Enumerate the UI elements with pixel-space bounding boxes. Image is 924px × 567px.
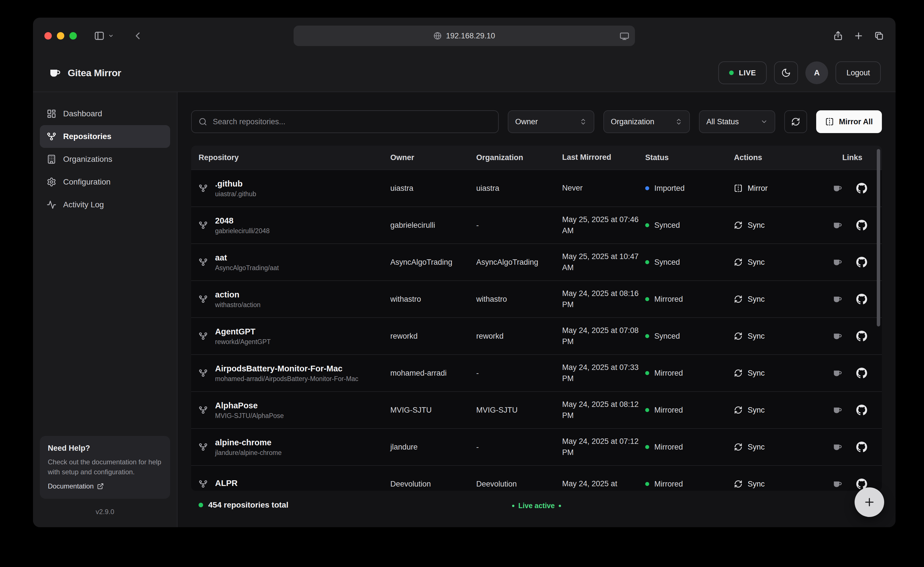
live-active-indicator: Live active <box>512 502 561 510</box>
repo-name[interactable]: AgentGPT <box>215 326 271 337</box>
row-action-button[interactable]: Sync <box>734 332 765 340</box>
sidebar-item-repositories[interactable]: Repositories <box>40 125 170 148</box>
repo-name[interactable]: action <box>215 290 261 300</box>
column-header-organization[interactable]: Organization <box>476 153 562 162</box>
repo-name[interactable]: ALPR <box>215 478 237 489</box>
column-header-status[interactable]: Status <box>645 153 734 162</box>
sidebar-toggle-icon[interactable] <box>94 30 105 41</box>
row-action-button[interactable]: Sync <box>734 221 765 230</box>
search-box[interactable] <box>191 110 499 133</box>
display-icon[interactable] <box>620 31 629 40</box>
url-text: 192.168.29.10 <box>446 32 495 40</box>
github-link-icon[interactable] <box>856 368 867 378</box>
repo-name[interactable]: AirpodsBattery-Monitor-For-Mac <box>215 363 358 374</box>
repo-name[interactable]: AlphaPose <box>215 400 284 411</box>
gitea-link-icon[interactable] <box>832 405 843 416</box>
table-row[interactable]: AgentGPT reworkd/AgentGPT reworkd rework… <box>191 317 882 354</box>
add-button[interactable] <box>855 488 884 517</box>
sidebar-item-dashboard[interactable]: Dashboard <box>40 102 170 125</box>
github-link-icon[interactable] <box>856 442 867 452</box>
github-link-icon[interactable] <box>856 331 867 342</box>
status-dot <box>645 445 649 449</box>
table-row[interactable]: 2048 gabrielecirulli/2048 gabrielecirull… <box>191 207 882 243</box>
status-label: Synced <box>654 258 680 267</box>
avatar[interactable]: A <box>805 62 828 84</box>
tab-overview-icon[interactable] <box>874 31 884 41</box>
new-tab-icon[interactable] <box>853 31 864 41</box>
owner-filter-select[interactable]: Owner <box>508 110 594 133</box>
table-header: Repository Owner Organization Last Mirro… <box>191 146 882 170</box>
column-header-owner[interactable]: Owner <box>390 153 476 162</box>
table-row[interactable]: .github uiastra/.github uiastra uiastra … <box>191 170 882 207</box>
close-window-button[interactable] <box>44 32 52 39</box>
live-status-button[interactable]: LIVE <box>718 62 767 84</box>
gitea-link-icon[interactable] <box>832 331 843 342</box>
github-link-icon[interactable] <box>856 183 867 194</box>
live-label: LIVE <box>739 69 756 77</box>
sidebar-item-activity-log[interactable]: Activity Log <box>40 194 170 216</box>
gitea-link-icon[interactable] <box>832 442 843 452</box>
row-action-button[interactable]: Sync <box>734 258 765 267</box>
sidebar-item-label: Activity Log <box>63 200 104 209</box>
back-button-icon[interactable] <box>132 30 143 42</box>
help-body: Check out the documentation for help wit… <box>48 457 162 477</box>
table-row[interactable]: alpine-chrome jlandure/alpine-chrome jla… <box>191 428 882 465</box>
sidebar-item-configuration[interactable]: Configuration <box>40 171 170 194</box>
repo-name[interactable]: alpine-chrome <box>215 437 282 448</box>
gitea-link-icon[interactable] <box>832 294 843 304</box>
column-header-actions[interactable]: Actions <box>734 153 823 162</box>
table-body: .github uiastra/.github uiastra uiastra … <box>191 170 882 491</box>
repo-name[interactable]: 2048 <box>215 216 270 226</box>
table-row[interactable]: AirpodsBattery-Monitor-For-Mac mohamed-a… <box>191 354 882 391</box>
share-icon[interactable] <box>833 31 843 41</box>
column-header-repository[interactable]: Repository <box>198 153 390 162</box>
documentation-link[interactable]: Documentation <box>48 482 162 490</box>
minimize-window-button[interactable] <box>57 32 64 39</box>
row-action-button[interactable]: Sync <box>734 406 765 415</box>
table-row[interactable]: action withastro/action withastro withas… <box>191 280 882 317</box>
row-action-button[interactable]: Sync <box>734 295 765 304</box>
gitea-link-icon[interactable] <box>832 257 843 268</box>
search-input[interactable] <box>213 117 491 126</box>
refresh-button[interactable] <box>784 110 807 133</box>
row-action-button[interactable]: Mirror <box>734 184 768 193</box>
row-action-button[interactable]: Sync <box>734 443 765 452</box>
theme-toggle-button[interactable] <box>774 62 798 84</box>
status-filter-label: All Status <box>706 117 739 126</box>
url-bar[interactable]: 192.168.29.10 <box>294 26 635 46</box>
row-action-button[interactable]: Sync <box>734 480 765 489</box>
github-link-icon[interactable] <box>856 294 867 304</box>
github-link-icon[interactable] <box>856 220 867 231</box>
table-row[interactable]: ALPR Deevolution Deevolution May 24, 202… <box>191 465 882 491</box>
column-header-links[interactable]: Links <box>823 153 882 162</box>
gitea-link-icon[interactable] <box>832 368 843 378</box>
chevron-down-icon[interactable] <box>108 33 114 39</box>
gitea-link-icon[interactable] <box>832 183 843 194</box>
repo-organization: reworkd <box>476 332 562 340</box>
git-fork-icon <box>198 405 208 415</box>
github-link-icon[interactable] <box>856 257 867 268</box>
organization-filter-select[interactable]: Organization <box>603 110 690 133</box>
column-header-last-mirrored[interactable]: Last Mirrored <box>562 152 645 163</box>
repo-name[interactable]: .github <box>215 178 256 189</box>
gitea-link-icon[interactable] <box>832 478 843 489</box>
row-action-button[interactable]: Sync <box>734 369 765 378</box>
github-link-icon[interactable] <box>856 405 867 416</box>
repo-last-mirrored: May 24, 2025 at 07:33 PM <box>562 362 645 384</box>
scrollbar-thumb[interactable] <box>877 149 880 326</box>
sidebar: Dashboard Repositories Organizations Con… <box>33 92 177 527</box>
zoom-window-button[interactable] <box>69 32 77 39</box>
table-row[interactable]: aat AsyncAlgoTrading/aat AsyncAlgoTradin… <box>191 243 882 280</box>
table-row[interactable]: AlphaPose MVIG-SJTU/AlphaPose MVIG-SJTU … <box>191 391 882 428</box>
app-version: v2.9.0 <box>40 508 170 516</box>
gitea-link-icon[interactable] <box>832 220 843 231</box>
mirror-all-button[interactable]: Mirror All <box>816 110 882 133</box>
brand[interactable]: Gitea Mirror <box>48 66 121 80</box>
external-link-icon <box>97 483 104 490</box>
search-icon <box>198 117 207 126</box>
repo-name[interactable]: aat <box>215 252 279 263</box>
moon-icon <box>781 68 791 78</box>
logout-button[interactable]: Logout <box>835 62 881 84</box>
sidebar-item-organizations[interactable]: Organizations <box>40 148 170 171</box>
status-filter-select[interactable]: All Status <box>699 110 775 133</box>
